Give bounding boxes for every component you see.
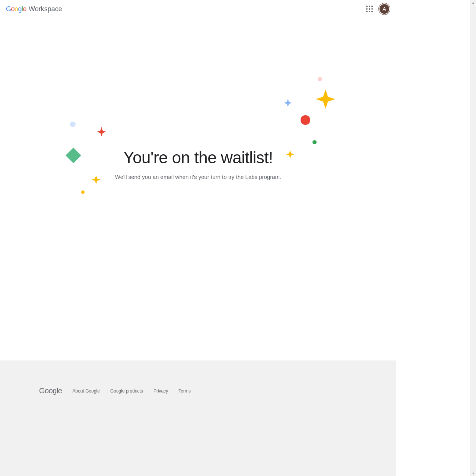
footer-link-products[interactable]: Google products [110, 388, 143, 394]
scroll-up-icon[interactable]: ▴ [471, 1, 475, 4]
sparkle-icon [284, 99, 292, 107]
footer-link-about[interactable]: About Google [73, 388, 100, 394]
sparkle-icon [316, 89, 335, 109]
circle-icon [70, 122, 76, 127]
sparkle-icon [97, 127, 106, 136]
footer-link-terms[interactable]: Terms [178, 388, 191, 394]
circle-icon [301, 115, 310, 125]
header: Google Workspace A [0, 0, 396, 18]
product-name: Workspace [29, 5, 62, 13]
circle-icon [318, 77, 322, 81]
circle-icon [81, 190, 85, 194]
account-avatar[interactable]: A [378, 3, 390, 15]
circle-icon [312, 140, 317, 144]
footer-google-logo[interactable]: Google [39, 387, 62, 395]
footer-link-privacy[interactable]: Privacy [153, 388, 168, 394]
footer: Google About Google Google products Priv… [0, 360, 396, 476]
google-logo: Google [6, 5, 26, 13]
apps-grid-icon[interactable] [365, 4, 374, 13]
page-subtitle: We'll send you an email when it's your t… [68, 174, 329, 180]
scrollbar[interactable]: ▴ ▾ [470, 0, 476, 476]
workspace-logo[interactable]: Google Workspace [6, 5, 62, 13]
scroll-down-icon[interactable]: ▾ [471, 472, 475, 475]
page-title: You're on the waitlist! [68, 148, 329, 167]
avatar-initial: A [379, 3, 390, 15]
